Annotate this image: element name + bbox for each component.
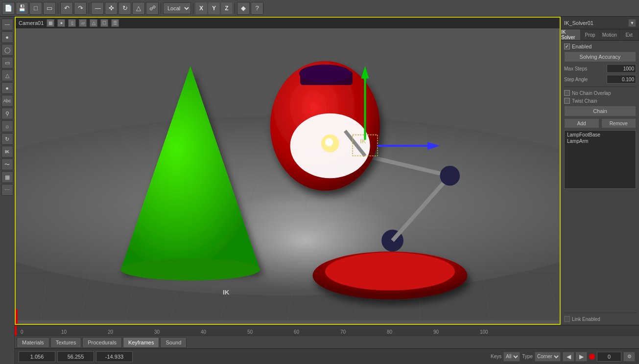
camera-label: Camera01 (19, 20, 44, 26)
chain-btn[interactable]: Chain (564, 106, 636, 116)
record-indicator (589, 354, 595, 360)
ruler-track[interactable]: 0 10 20 30 40 50 60 70 80 90 100 (15, 325, 561, 336)
max-steps-input[interactable] (607, 64, 636, 73)
move-btn[interactable]: ✜ (105, 2, 118, 15)
file-btn[interactable]: 📄 (2, 2, 15, 15)
left-btn-dots[interactable]: ⋯ (1, 184, 13, 196)
copy-btn[interactable]: ▭ (43, 2, 56, 15)
left-btn-select[interactable]: ⸻ (1, 19, 13, 30)
top-toolbar: 📄 💾 □ ▭ ↶ ↷ ⸻ ✜ ↻ △ ☍ Local X Y Z ◆ ? (0, 0, 639, 17)
axis-z-btn[interactable]: Z (221, 2, 233, 14)
ruler-mark-3: 30 (154, 329, 160, 335)
rp-tab-ext[interactable]: Ext (619, 29, 639, 40)
timeline-controls-row: 1.056 56.255 -14.933 Keys All Type Corne… (15, 348, 639, 364)
keys-select[interactable]: All (503, 352, 520, 362)
new-btn[interactable]: □ (29, 2, 42, 15)
viewport[interactable]: Camera01 ▦ ● ▯ ▱ △ ☐ ☰ (15, 17, 561, 325)
left-btn-box[interactable]: ▭ (1, 57, 13, 68)
bottom-tabs: Materials Textures Procedurals Keyframes… (15, 336, 639, 348)
sep4 (193, 3, 193, 14)
tab-keyframes[interactable]: Keyframes (123, 337, 160, 348)
transform-select[interactable]: Local (163, 2, 191, 14)
list-item-1[interactable]: LampArm (566, 138, 635, 144)
rp-tab-motion[interactable]: Motion (600, 29, 620, 40)
no-chain-overlap-checkbox[interactable] (564, 90, 570, 96)
sep3 (161, 3, 161, 14)
left-btn-light[interactable]: ☼ (1, 120, 13, 132)
left-btn-grid[interactable]: ▦ (1, 171, 13, 183)
tab-textures[interactable]: Textures (50, 337, 82, 348)
panel-dropdown[interactable]: ▼ (628, 19, 636, 27)
step-angle-row: Step Angle (564, 75, 636, 84)
enabled-label: Enabled (572, 44, 592, 49)
step-angle-input[interactable] (607, 75, 636, 84)
ruler-mark-9: 90 (433, 329, 439, 335)
mirror-btn[interactable]: ☍ (146, 2, 159, 15)
left-btn-cone[interactable]: △ (1, 69, 13, 81)
vp-icon-box1[interactable]: ▯ (68, 19, 76, 27)
vp-icon-grid[interactable]: ▦ (47, 19, 54, 27)
redo-btn[interactable]: ↷ (74, 2, 87, 15)
link-enabled-row: Link Enabled (564, 316, 636, 322)
left-btn-magnet[interactable]: ⚲ (1, 108, 13, 119)
frame-input[interactable] (597, 352, 621, 362)
enabled-checkbox[interactable]: ✓ (564, 44, 570, 49)
vp-icon-box2[interactable]: ▱ (79, 19, 87, 27)
svg-text:IK: IK (223, 289, 230, 296)
max-steps-label: Max Steps (564, 66, 587, 71)
enabled-row: ✓ Enabled (564, 44, 636, 49)
left-btn-wave[interactable]: 〜 (1, 159, 13, 170)
type-select[interactable]: Corner (535, 352, 561, 362)
rotate-btn[interactable]: ↻ (118, 2, 131, 15)
add-btn[interactable]: Add (564, 118, 599, 128)
vp-icon-menu[interactable]: ☰ (111, 19, 119, 27)
vp-icon-box4[interactable]: ☐ (100, 19, 108, 27)
left-btn-rotate[interactable]: ↻ (1, 133, 13, 145)
left-btn-link[interactable]: ● (1, 31, 13, 43)
left-btn-circle[interactable]: ◯ (1, 44, 13, 56)
tl-arrow-right[interactable]: ▶ (575, 352, 587, 362)
ruler-mark-2: 20 (108, 329, 113, 335)
list-item-0[interactable]: LampFootBase (566, 132, 635, 138)
axis-y-btn[interactable]: Y (208, 2, 220, 14)
ruler-mark-4: 40 (201, 329, 206, 335)
rp-tab-ik-solver[interactable]: IK Solver (561, 29, 581, 40)
solving-accuracy-btn[interactable]: Solving Accuracy (564, 51, 636, 62)
save-btn[interactable]: 💾 (16, 2, 28, 15)
remove-btn[interactable]: Remove (601, 118, 637, 128)
tl-arrow-left[interactable]: ◀ (563, 352, 574, 362)
left-btn-sphere[interactable]: ● (1, 82, 13, 94)
step-angle-label: Step Angle (564, 77, 588, 82)
chain-list: LampFootBase LampArm (564, 130, 636, 189)
sep5 (235, 3, 235, 14)
tl-controls: Keys All Type Corner ◀ ▶ ⚙ (487, 352, 639, 362)
render-btn[interactable]: ◆ (237, 2, 250, 15)
link-enabled-label: Link Enabled (572, 317, 600, 322)
tl-settings-btn[interactable]: ⚙ (623, 352, 635, 362)
right-panel-tabs: IK Solver Prop Motion Ext (561, 29, 639, 41)
tl-arrows: ◀ ▶ (563, 352, 587, 362)
undo-btn[interactable]: ↶ (60, 2, 73, 15)
twist-chain-label: Twist Chain (572, 98, 597, 104)
ruler-mark-0: 0 (21, 329, 24, 335)
left-toolbar: ⸻ ● ◯ ▭ △ ● Abc ⚲ ☼ ↻ IK 〜 ▦ ⋯ (0, 17, 15, 364)
tab-materials[interactable]: Materials (17, 337, 49, 348)
select-btn[interactable]: ⸻ (91, 2, 104, 15)
vp-icon-sphere[interactable]: ● (57, 19, 65, 27)
link-enabled-checkbox[interactable] (564, 316, 570, 322)
help-btn[interactable]: ? (251, 2, 263, 15)
left-btn-text[interactable]: Abc (1, 95, 13, 107)
max-steps-row: Max Steps (564, 64, 636, 73)
timeline-ruler[interactable]: 0 10 20 30 40 50 60 70 80 90 100 (15, 325, 639, 336)
left-btn-ik[interactable]: IK (1, 146, 13, 158)
twist-chain-checkbox[interactable] (564, 98, 570, 104)
vp-icon-box3[interactable]: △ (90, 19, 97, 27)
axis-x-btn[interactable]: X (195, 2, 207, 14)
rp-tab-prop[interactable]: Prop (581, 29, 600, 40)
scale-btn[interactable]: △ (132, 2, 145, 15)
right-panel-header: IK_Solver01 ▼ (561, 17, 639, 29)
tab-procedurals[interactable]: Procedurals (82, 337, 122, 348)
ruler-mark-8: 80 (387, 329, 392, 335)
tab-sound[interactable]: Sound (160, 337, 187, 348)
add-remove-row: Add Remove (564, 118, 636, 128)
